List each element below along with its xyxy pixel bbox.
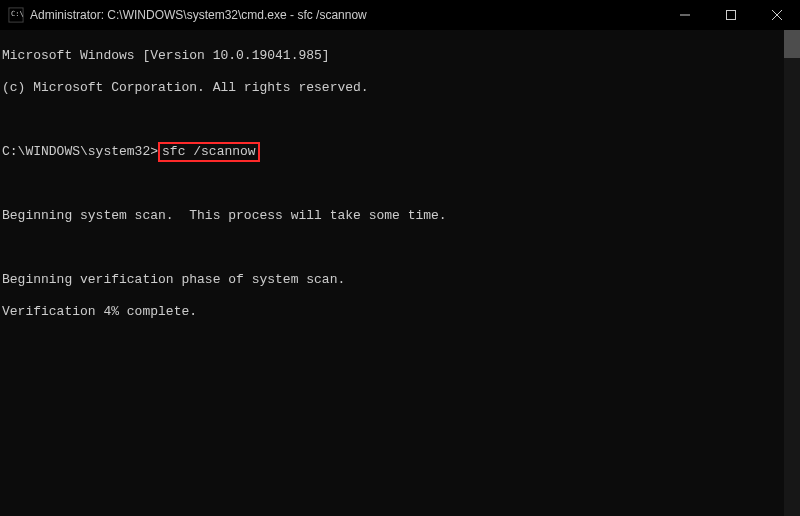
svg-text:C:\: C:\ (11, 10, 24, 18)
output-line: Beginning verification phase of system s… (2, 272, 784, 288)
output-line: (c) Microsoft Corporation. All rights re… (2, 80, 784, 96)
window-titlebar: C:\ Administrator: C:\WINDOWS\system32\c… (0, 0, 800, 30)
terminal-output[interactable]: Microsoft Windows [Version 10.0.19041.98… (0, 30, 784, 516)
command-text: sfc /scannow (162, 144, 256, 159)
window-controls (662, 0, 800, 30)
output-line: Beginning system scan. This process will… (2, 208, 784, 224)
prompt-line: C:\WINDOWS\system32>sfc /scannow (2, 144, 784, 160)
close-button[interactable] (754, 0, 800, 30)
scrollbar-track[interactable] (784, 30, 800, 516)
svg-rect-4 (727, 11, 736, 20)
window-title: Administrator: C:\WINDOWS\system32\cmd.e… (30, 8, 662, 22)
scrollbar-thumb[interactable] (784, 30, 800, 58)
output-line: Verification 4% complete. (2, 304, 784, 320)
prompt-text: C:\WINDOWS\system32> (2, 144, 158, 159)
output-line: Microsoft Windows [Version 10.0.19041.98… (2, 48, 784, 64)
maximize-button[interactable] (708, 0, 754, 30)
minimize-button[interactable] (662, 0, 708, 30)
command-highlight: sfc /scannow (158, 142, 260, 162)
cmd-icon: C:\ (8, 7, 24, 23)
